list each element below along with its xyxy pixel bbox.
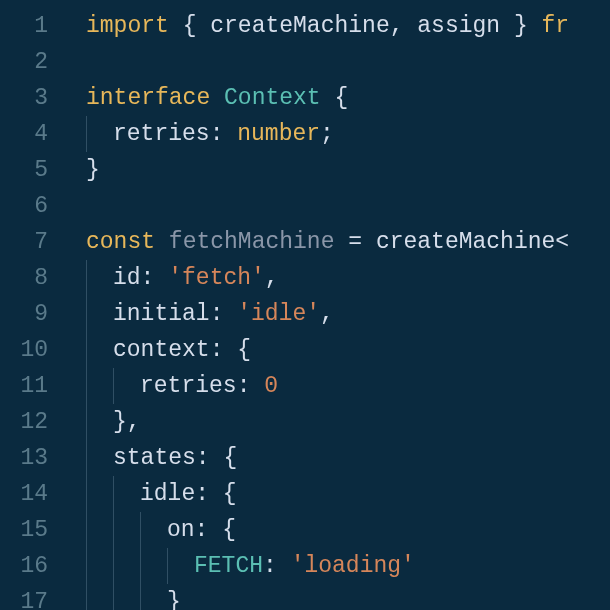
- code-token: initial: [113, 301, 210, 327]
- code-area[interactable]: import { createMachine, assign } frinter…: [62, 8, 610, 610]
- line-number: 7: [0, 224, 48, 260]
- indent-guide: [86, 332, 113, 368]
- line-number: 15: [0, 512, 48, 548]
- code-token: FETCH: [194, 553, 263, 579]
- code-token: <: [555, 229, 569, 255]
- code-line[interactable]: }: [86, 152, 610, 188]
- code-editor[interactable]: 1234567891011121314151617 import { creat…: [0, 0, 610, 610]
- code-line[interactable]: id: 'fetch',: [86, 260, 610, 296]
- code-line[interactable]: states: {: [86, 440, 610, 476]
- line-number: 1: [0, 8, 48, 44]
- line-number: 17: [0, 584, 48, 610]
- code-token: :: [237, 373, 265, 399]
- indent-guide: [113, 548, 140, 584]
- code-token: interface: [86, 85, 210, 111]
- code-token: 'fetch': [168, 265, 265, 291]
- line-number: 4: [0, 116, 48, 152]
- code-token: retries: [140, 373, 237, 399]
- code-token: 'loading': [291, 553, 415, 579]
- indent-guide: [113, 512, 140, 548]
- code-token: ,: [390, 13, 418, 39]
- indent-guide: [86, 548, 113, 584]
- code-line[interactable]: on: {: [86, 512, 610, 548]
- code-line[interactable]: import { createMachine, assign } fr: [86, 8, 610, 44]
- code-line[interactable]: [86, 188, 610, 224]
- code-token: ,: [320, 301, 334, 327]
- indent-guide: [167, 548, 194, 584]
- indent-guide: [113, 368, 140, 404]
- code-token: on: [167, 517, 195, 543]
- code-line[interactable]: retries: 0: [86, 368, 610, 404]
- indent-guide: [140, 512, 167, 548]
- code-token: createMachine: [210, 13, 389, 39]
- indent-guide: [113, 476, 140, 512]
- code-token: ,: [265, 265, 279, 291]
- code-token: :: [141, 265, 169, 291]
- indent-guide: [86, 116, 113, 152]
- line-number: 16: [0, 548, 48, 584]
- code-token: id: [113, 265, 141, 291]
- code-token: context: [113, 337, 210, 363]
- line-number: 11: [0, 368, 48, 404]
- code-token: idle: [140, 481, 195, 507]
- indent-guide: [140, 584, 167, 610]
- code-token: }: [86, 157, 100, 183]
- code-token: states: [113, 445, 196, 471]
- code-line[interactable]: },: [86, 404, 610, 440]
- code-line[interactable]: retries: number;: [86, 116, 610, 152]
- line-number: 3: [0, 80, 48, 116]
- code-token: 0: [264, 373, 278, 399]
- code-line[interactable]: [86, 44, 610, 80]
- code-token: : {: [195, 481, 236, 507]
- code-line[interactable]: FETCH: 'loading': [86, 548, 610, 584]
- code-token: import: [86, 13, 169, 39]
- code-token: }: [500, 13, 541, 39]
- code-token: :: [210, 301, 238, 327]
- code-token: Context: [224, 85, 321, 111]
- code-token: =: [334, 229, 375, 255]
- code-token: },: [113, 409, 141, 435]
- indent-guide: [86, 476, 113, 512]
- line-number: 10: [0, 332, 48, 368]
- line-number: 5: [0, 152, 48, 188]
- code-line[interactable]: interface Context {: [86, 80, 610, 116]
- code-token: [155, 229, 169, 255]
- code-token: createMachine: [376, 229, 555, 255]
- code-line[interactable]: initial: 'idle',: [86, 296, 610, 332]
- code-token: assign: [417, 13, 500, 39]
- code-token: retries: [113, 121, 210, 147]
- code-token: {: [321, 85, 349, 111]
- code-token: ;: [320, 121, 334, 147]
- indent-guide: [86, 584, 113, 610]
- code-token: : {: [210, 337, 251, 363]
- indent-guide: [140, 548, 167, 584]
- line-number: 6: [0, 188, 48, 224]
- code-token: number: [237, 121, 320, 147]
- indent-guide: [86, 512, 113, 548]
- line-number: 8: [0, 260, 48, 296]
- line-number: 9: [0, 296, 48, 332]
- code-token: }: [167, 589, 181, 610]
- indent-guide: [86, 404, 113, 440]
- code-token: {: [169, 13, 210, 39]
- code-line[interactable]: }: [86, 584, 610, 610]
- line-number: 2: [0, 44, 48, 80]
- line-number: 13: [0, 440, 48, 476]
- code-token: :: [210, 121, 238, 147]
- code-line[interactable]: context: {: [86, 332, 610, 368]
- indent-guide: [113, 584, 140, 610]
- code-token: : {: [196, 445, 237, 471]
- code-token: fetchMachine: [169, 229, 335, 255]
- code-token: 'idle': [237, 301, 320, 327]
- code-token: :: [263, 553, 291, 579]
- line-number: 12: [0, 404, 48, 440]
- code-token: : {: [195, 517, 236, 543]
- line-number-gutter: 1234567891011121314151617: [0, 8, 62, 610]
- code-token: fr: [542, 13, 570, 39]
- code-line[interactable]: const fetchMachine = createMachine<: [86, 224, 610, 260]
- code-token: const: [86, 229, 155, 255]
- code-line[interactable]: idle: {: [86, 476, 610, 512]
- indent-guide: [86, 368, 113, 404]
- indent-guide: [86, 440, 113, 476]
- code-token: [210, 85, 224, 111]
